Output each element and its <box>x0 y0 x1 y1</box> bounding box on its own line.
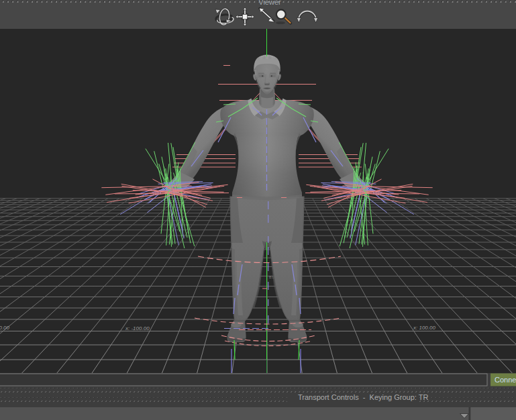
svg-text:x: -200.00: x: -200.00 <box>0 325 10 331</box>
svg-text:Conne: Conne <box>495 376 516 384</box>
svg-text:Viewer: Viewer <box>258 0 281 6</box>
svg-text:x: -100.00: x: -100.00 <box>125 325 150 331</box>
svg-text:Transport Controls - Keying: Transport Controls - Keying Group: TR <box>298 393 428 401</box>
svg-text:x: 100.00: x: 100.00 <box>413 325 435 331</box>
